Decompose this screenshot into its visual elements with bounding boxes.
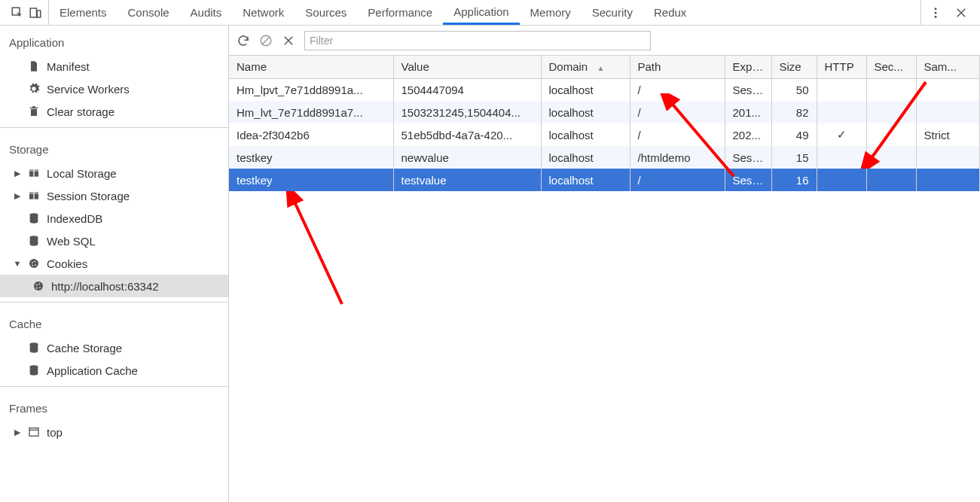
cell-name[interactable]: Hm_lvt_7e71dd8991a7... (229, 101, 393, 123)
table-row[interactable]: testkeytestvaluelocalhost/Sess...16 (229, 169, 980, 191)
device-toolbar-icon[interactable] (29, 6, 42, 20)
table-row[interactable]: testkeynewvaluelocalhost/htmldemoSess...… (229, 146, 980, 169)
sidebar-item-label: IndexedDB (47, 212, 102, 225)
sidebar-item-cookies[interactable]: ▼ Cookies (0, 252, 228, 275)
cell-domain[interactable]: localhost (541, 78, 630, 101)
table-row[interactable]: Hm_lpvt_7e71dd8991a...1504447094localhos… (229, 78, 980, 101)
cell-expires[interactable]: Sess... (725, 169, 771, 191)
cell-path[interactable]: / (630, 101, 725, 123)
cell-value[interactable]: 1504447094 (393, 78, 541, 101)
clear-all-icon[interactable] (259, 34, 273, 47)
cell-domain[interactable]: localhost (541, 101, 630, 123)
cell-size[interactable]: 15 (771, 146, 817, 169)
expand-arrow-icon[interactable]: ▶ (14, 427, 21, 437)
col-header-http[interactable]: HTTP (817, 56, 866, 78)
cell-path[interactable]: / (630, 123, 725, 146)
cell-name[interactable]: testkey (229, 169, 393, 191)
cell-expires[interactable]: 202... (725, 123, 771, 146)
cell-path[interactable]: / (630, 169, 725, 191)
close-devtools-icon[interactable] (954, 6, 968, 20)
cell-value[interactable]: newvalue (393, 146, 541, 169)
delete-selected-icon[interactable] (282, 34, 295, 47)
cell-samesite[interactable] (916, 101, 980, 123)
cell-size[interactable]: 82 (771, 101, 817, 123)
tab-sources[interactable]: Sources (295, 0, 357, 25)
cell-value[interactable]: 51eb5dbd-4a7a-420... (393, 123, 541, 146)
cell-secure[interactable] (866, 101, 916, 123)
cell-samesite[interactable] (916, 78, 980, 101)
refresh-icon[interactable] (237, 34, 250, 47)
cell-secure[interactable] (866, 78, 916, 101)
sidebar-item-cache-storage[interactable]: Cache Storage (0, 336, 228, 359)
col-header-secure[interactable]: Sec... (866, 56, 916, 78)
sidebar-item-indexeddb[interactable]: IndexedDB (0, 207, 228, 230)
cell-http[interactable] (817, 146, 866, 169)
cell-domain[interactable]: localhost (541, 146, 630, 169)
trash-icon (27, 105, 41, 118)
table-row[interactable]: Idea-2f3042b651eb5dbd-4a7a-420...localho… (229, 123, 980, 146)
cell-http[interactable]: ✓ (817, 123, 866, 146)
sidebar-item-application-cache[interactable]: Application Cache (0, 359, 228, 382)
svg-point-5 (935, 15, 937, 17)
cell-size[interactable]: 49 (771, 123, 817, 146)
cell-size[interactable]: 16 (771, 169, 817, 191)
col-header-samesite[interactable]: Sam... (916, 56, 980, 78)
tab-memory[interactable]: Memory (520, 0, 582, 25)
sidebar-item-session-storage[interactable]: ▶ Session Storage (0, 184, 228, 207)
cell-http[interactable] (817, 169, 866, 191)
col-header-name[interactable]: Name (229, 56, 393, 78)
kebab-menu-icon[interactable] (929, 6, 942, 20)
col-header-value[interactable]: Value (393, 56, 541, 78)
tab-performance[interactable]: Performance (357, 0, 443, 25)
cell-samesite[interactable]: Strict (916, 123, 980, 146)
cell-value[interactable]: testvalue (393, 169, 541, 191)
sidebar-item-manifest[interactable]: Manifest (0, 55, 228, 78)
col-header-path[interactable]: Path (630, 56, 725, 78)
sidebar-item-label: Session Storage (47, 190, 130, 202)
sidebar-item-websql[interactable]: Web SQL (0, 230, 228, 252)
tab-console[interactable]: Console (118, 0, 180, 25)
sidebar-item-frame-top[interactable]: ▶ top (0, 421, 228, 443)
col-header-domain[interactable]: Domain ▲ (541, 56, 630, 78)
cell-domain[interactable]: localhost (541, 169, 630, 191)
filter-input[interactable] (304, 31, 651, 50)
col-header-expires[interactable]: Expi... (725, 56, 771, 78)
tab-redux[interactable]: Redux (643, 0, 697, 25)
sidebar-item-clear-storage[interactable]: Clear storage (0, 100, 228, 123)
expand-arrow-icon[interactable]: ▶ (14, 191, 21, 201)
cell-name[interactable]: testkey (229, 146, 393, 169)
tab-security[interactable]: Security (582, 0, 643, 25)
sidebar-item-service-workers[interactable]: Service Workers (0, 78, 228, 100)
tab-network[interactable]: Network (232, 0, 295, 25)
cell-secure[interactable] (866, 169, 916, 191)
svg-point-21 (34, 281, 43, 291)
collapse-arrow-icon[interactable]: ▼ (14, 259, 21, 268)
cell-path[interactable]: / (630, 78, 725, 101)
cell-domain[interactable]: localhost (541, 123, 630, 146)
cell-expires[interactable]: 201... (725, 101, 771, 123)
cell-size[interactable]: 50 (771, 78, 817, 101)
tab-elements[interactable]: Elements (49, 0, 118, 25)
cell-name[interactable]: Hm_lpvt_7e71dd8991a... (229, 78, 393, 101)
sidebar-item-local-storage[interactable]: ▶ Local Storage (0, 162, 228, 184)
cell-expires[interactable]: Sess... (725, 78, 771, 101)
cell-path[interactable]: /htmldemo (630, 146, 725, 169)
cell-expires[interactable]: Sess... (725, 146, 771, 169)
cell-secure[interactable] (866, 146, 916, 169)
expand-arrow-icon[interactable]: ▶ (14, 169, 21, 178)
sidebar-item-cookies-origin[interactable]: http://localhost:63342 (0, 275, 228, 297)
tab-audits[interactable]: Audits (180, 0, 233, 25)
cell-samesite[interactable] (916, 169, 980, 191)
cell-http[interactable] (817, 101, 866, 123)
cell-value[interactable]: 1503231245,1504404... (393, 101, 541, 123)
annotation-arrow-icon (282, 191, 350, 312)
col-header-size[interactable]: Size (771, 56, 817, 78)
cell-http[interactable] (817, 78, 866, 101)
table-row[interactable]: Hm_lvt_7e71dd8991a7...1503231245,1504404… (229, 101, 980, 123)
inspect-element-icon[interactable] (11, 6, 24, 20)
cell-name[interactable]: Idea-2f3042b6 (229, 123, 393, 146)
cell-samesite[interactable] (916, 146, 980, 169)
cell-secure[interactable] (866, 123, 916, 146)
tab-application[interactable]: Application (443, 0, 519, 25)
svg-point-4 (935, 11, 937, 14)
